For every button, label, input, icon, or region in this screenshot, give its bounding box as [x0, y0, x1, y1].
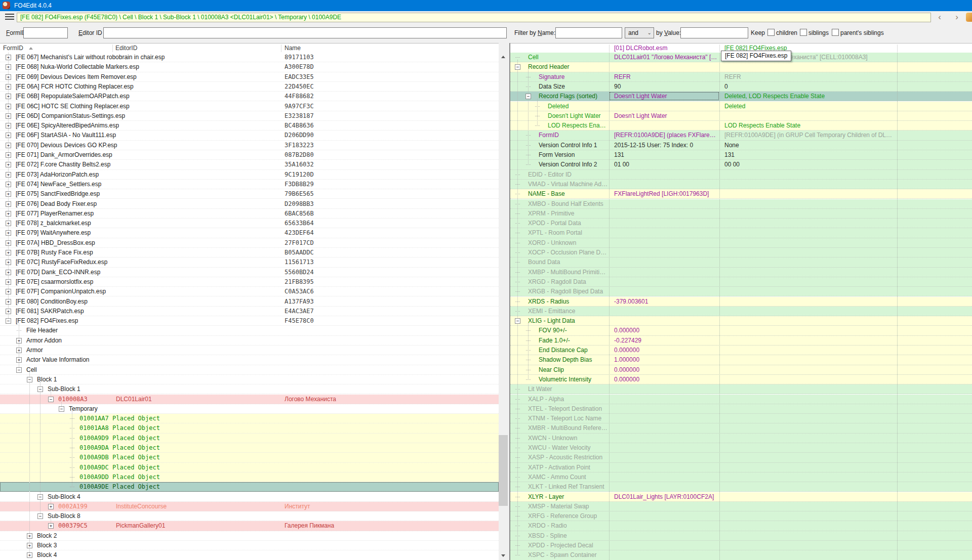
tree-row[interactable]: −Sub-Block 8: [0, 511, 499, 521]
expand-icon[interactable]: +: [6, 260, 11, 265]
tree-row[interactable]: 01001AA7 Placed Object: [0, 414, 499, 423]
expand-icon[interactable]: +: [6, 162, 11, 167]
formid-column-header[interactable]: FormID: [3, 44, 23, 53]
tree-row[interactable]: +[FE 077] PlayerRenamer.esp6BAC856B: [0, 209, 499, 219]
tree-row[interactable]: +[FE 06C] HOTC SE Clothing Replacer.esp9…: [0, 102, 499, 111]
tree-row[interactable]: −Block 1: [0, 375, 499, 384]
tree-row[interactable]: 01001AA8 Placed Object: [0, 423, 499, 433]
expand-icon[interactable]: +: [16, 357, 22, 363]
expand-icon[interactable]: +: [6, 94, 11, 99]
expand-icon[interactable]: +: [6, 172, 11, 178]
tree-row[interactable]: +[FE 079] WaitAnywhere.esp423DEF64: [0, 228, 499, 238]
tree-row[interactable]: +[FE 07D] Dank_ECO-INNR.esp5560BD24: [0, 268, 499, 277]
record-row[interactable]: Bound Data: [510, 257, 972, 267]
breadcrumb[interactable]: [FE 082] FO4Fixes.esp (F45E78C0) \ Cell …: [17, 13, 931, 22]
record-row[interactable]: XPDD - Projected Decal: [510, 541, 972, 550]
record-row[interactable]: XRDO - Radio: [510, 521, 972, 531]
tree-row[interactable]: +[FE 06A] FCR HOTC Clothing Replacer.esp…: [0, 82, 499, 92]
tree-row[interactable]: +[FE 06D] CompanionStatus-Settings.espE3…: [0, 111, 499, 121]
record-row[interactable]: Form Version131131: [510, 150, 972, 160]
tree-row[interactable]: +[FE 068] Nuka-World Collectable Markers…: [0, 62, 499, 72]
record-row[interactable]: XMBP - MultiBound Primitive Data: [510, 268, 972, 277]
tree-row[interactable]: −Temporary: [0, 404, 499, 414]
collapse-icon[interactable]: −: [16, 367, 22, 373]
collapse-icon[interactable]: −: [6, 318, 11, 324]
record-row[interactable]: XPOD - Portal Data: [510, 219, 972, 228]
record-row[interactable]: Near Clip0.000000: [510, 365, 972, 375]
expand-icon[interactable]: +: [6, 221, 11, 226]
tree-row[interactable]: +[FE 07A] HBD_DressBox.esp27F017CD: [0, 238, 499, 248]
tree-row[interactable]: 0100A9D9 Placed Object: [0, 434, 499, 443]
record-row[interactable]: Fade 1.0+/--0.227429: [510, 336, 972, 346]
scrollbar-thumb[interactable]: [499, 435, 508, 506]
expand-icon[interactable]: +: [16, 348, 22, 353]
expand-icon[interactable]: +: [6, 201, 11, 207]
expand-icon[interactable]: +: [6, 270, 11, 275]
tree-row[interactable]: File Header: [0, 326, 499, 335]
record-row[interactable]: VMAD - Virtual Machine Adapter: [510, 180, 972, 189]
record-row[interactable]: LOD Respects Enable StateLOD Respects En…: [510, 121, 972, 131]
scroll-up-button[interactable]: [499, 53, 508, 61]
tree-row[interactable]: +[FE 06B] RepopulateSalemOARPatch.esp44F…: [0, 92, 499, 101]
expand-icon[interactable]: +: [6, 182, 11, 187]
expand-icon[interactable]: +: [6, 113, 11, 119]
tree-row[interactable]: 0100A9DD Placed Object: [0, 472, 499, 482]
record-row[interactable]: XSPC - Spawn Container: [510, 550, 972, 560]
formid-input[interactable]: [23, 27, 68, 38]
record-row[interactable]: XWCU - Water Velocity: [510, 443, 972, 453]
toolbar-icon-partial[interactable]: [966, 13, 972, 22]
record-row[interactable]: XMSP - Material Swap: [510, 502, 972, 511]
tree-row[interactable]: +0002A199InstituteConcourseИнститут: [0, 502, 499, 511]
record-row[interactable]: FOV 90+/-0.000000: [510, 326, 972, 335]
tree-row[interactable]: +[FE 070] Devious Devices GO KP.esp3F183…: [0, 141, 499, 150]
expand-icon[interactable]: +: [6, 152, 11, 158]
record-row[interactable]: −Record Header: [510, 62, 972, 72]
record-row[interactable]: −Record Flags (sorted)Doesn't Light Wate…: [510, 92, 972, 101]
column-header-dlcrobot[interactable]: [01] DLCRobot.esm: [614, 44, 667, 53]
filter-name-input[interactable]: [555, 27, 622, 38]
expand-icon[interactable]: +: [6, 299, 11, 305]
record-row[interactable]: XRDS - Radius-379.003601: [510, 297, 972, 307]
record-row[interactable]: Version Control Info 12015-12-15 User: 7…: [510, 141, 972, 150]
expand-icon[interactable]: +: [6, 240, 11, 246]
tree-row[interactable]: +[FE 07E] csaarmorslotfix.esp21FB8395: [0, 277, 499, 287]
tree-row[interactable]: 0100A9DA Placed Object: [0, 443, 499, 453]
expand-icon[interactable]: +: [16, 338, 22, 343]
record-row[interactable]: XMBO - Bound Half Extents: [510, 199, 972, 209]
tree-row[interactable]: +Armor: [0, 346, 499, 355]
expand-icon[interactable]: +: [6, 279, 11, 285]
record-row[interactable]: XRGD - Ragdoll Data: [510, 277, 972, 287]
expand-icon[interactable]: +: [6, 143, 11, 148]
tree-row[interactable]: +Block 4: [0, 550, 499, 560]
tree-row[interactable]: +Armor Addon: [0, 336, 499, 346]
expand-icon[interactable]: +: [27, 552, 32, 558]
record-row[interactable]: Lit Water: [510, 384, 972, 394]
record-row[interactable]: NAME - BaseFXFlareLightRed [LIGH:0017963…: [510, 189, 972, 199]
tree-row[interactable]: −[FE 082] FO4Fixes.espF45E78C0: [0, 316, 499, 326]
tree-row[interactable]: +[FE 076] Dead Body Fixer.espD2098BB3: [0, 199, 499, 209]
record-row[interactable]: XTEL - Teleport Destination: [510, 404, 972, 414]
record-row[interactable]: XTNM - Teleport Loc Name: [510, 414, 972, 423]
tree-row[interactable]: −Sub-Block 1: [0, 384, 499, 394]
tree-row[interactable]: +[FE 080] ConditionBoy.espA137FA93: [0, 297, 499, 307]
tree-row[interactable]: +Block 2: [0, 531, 499, 541]
collapse-icon[interactable]: −: [515, 318, 520, 324]
editorid-column-header[interactable]: EditorID: [115, 44, 137, 53]
collapse-icon[interactable]: −: [525, 94, 531, 99]
record-row[interactable]: Shadow Depth Bias1.000000: [510, 355, 972, 365]
tree-row[interactable]: +[FE 081] SAKRPatch.espE4AC3AE7: [0, 307, 499, 316]
expand-icon[interactable]: +: [6, 104, 11, 109]
expand-icon[interactable]: +: [6, 211, 11, 217]
tree-row[interactable]: +[FE 07F] CompanionUnpatch.espC0A53AC6: [0, 287, 499, 296]
name-column-header[interactable]: Name: [285, 44, 301, 53]
expand-icon[interactable]: +: [6, 250, 11, 255]
tree-row[interactable]: −Sub-Block 4: [0, 492, 499, 502]
record-row[interactable]: XPRM - Primitive: [510, 209, 972, 219]
left-tree-scrollbar[interactable]: [499, 53, 508, 560]
collapse-icon[interactable]: −: [48, 397, 54, 402]
expand-icon[interactable]: +: [6, 84, 11, 90]
and-or-combobox[interactable]: and⌄: [625, 27, 654, 38]
record-row[interactable]: XMBR - MultiBound Reference: [510, 423, 972, 433]
expand-icon[interactable]: +: [27, 543, 32, 548]
keep-parents-siblings-checkbox[interactable]: [832, 29, 839, 36]
